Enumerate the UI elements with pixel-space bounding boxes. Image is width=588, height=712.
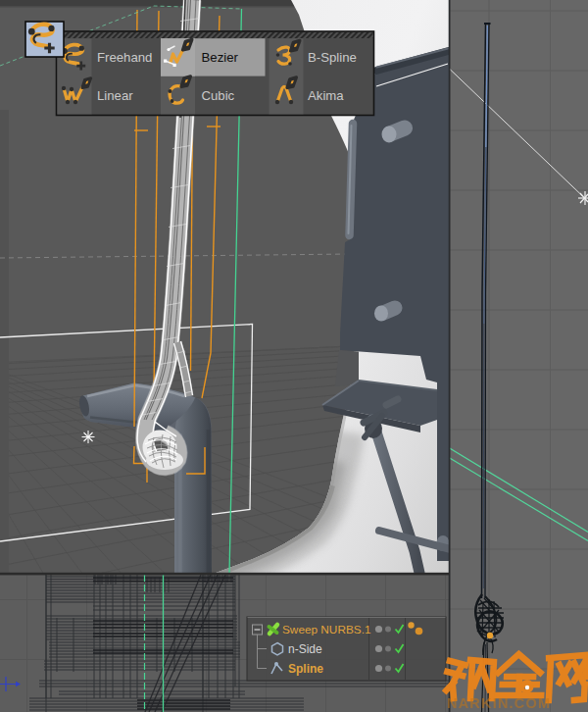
svg-text:NARKIN.COM: NARKIN.COM <box>447 695 551 711</box>
svg-text:Akima: Akima <box>308 88 344 103</box>
svg-text:Spline: Spline <box>288 662 323 676</box>
svg-text:Linear: Linear <box>97 88 133 103</box>
svg-text:B-Spline: B-Spline <box>308 50 357 65</box>
svg-text:Bezier: Bezier <box>202 50 239 65</box>
svg-text:Cubic: Cubic <box>202 88 235 103</box>
svg-text:Freehand: Freehand <box>97 50 152 65</box>
svg-text:Sweep NURBS.1: Sweep NURBS.1 <box>282 623 370 636</box>
svg-text:n-Side: n-Side <box>288 642 322 656</box>
